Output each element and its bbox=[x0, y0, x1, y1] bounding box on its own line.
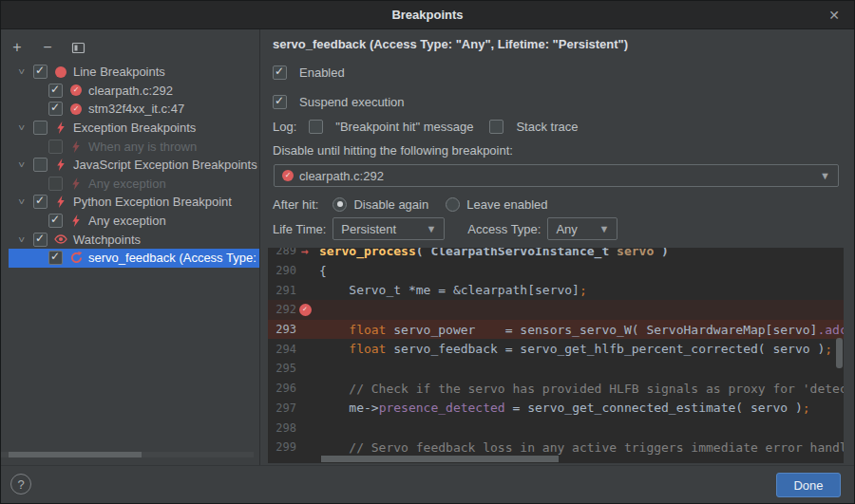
enabled-checkbox[interactable] bbox=[273, 65, 287, 80]
tree-item-checkbox[interactable] bbox=[33, 158, 48, 172]
tree-item-label: clearpath.c:292 bbox=[88, 84, 173, 98]
done-button[interactable]: Done bbox=[776, 473, 841, 497]
code-line: 297 me->presence_detected = servo_get_co… bbox=[268, 399, 844, 419]
footer-bar: ? Done bbox=[1, 465, 854, 503]
add-breakpoint-button[interactable]: + bbox=[7, 37, 28, 58]
editor-vertical-scrollbar-thumb[interactable] bbox=[836, 338, 843, 368]
log-label: Log: bbox=[273, 120, 296, 134]
log-option: Stack trace bbox=[489, 120, 578, 134]
code-line: 290{ bbox=[268, 261, 844, 281]
help-button[interactable]: ? bbox=[10, 474, 31, 495]
after-hit-radio[interactable] bbox=[332, 197, 347, 212]
tree-item[interactable]: >Exception Breakpoints bbox=[9, 119, 259, 138]
log-option: "Breakpoint hit" message bbox=[309, 120, 473, 134]
tree-item-checkbox[interactable] bbox=[33, 121, 48, 135]
chevron-expanded-icon[interactable]: > bbox=[10, 234, 33, 245]
dialog-title: Breakpoints bbox=[391, 8, 463, 22]
tree-item[interactable]: >Watchpoints bbox=[9, 230, 259, 249]
suspend-label: Suspend execution bbox=[299, 95, 405, 109]
tree-item-checkbox[interactable] bbox=[48, 177, 63, 191]
tree-item-checkbox[interactable] bbox=[33, 195, 48, 209]
code-line: 292 bbox=[268, 300, 844, 320]
tree-item[interactable]: >Line Breakpoints bbox=[9, 63, 259, 82]
line-number: 292 bbox=[268, 303, 296, 316]
code-line: 295 bbox=[268, 359, 844, 379]
line-number: 293 bbox=[268, 323, 296, 336]
log-option-label: "Breakpoint hit" message bbox=[335, 120, 473, 134]
tree-item[interactable]: stm32f4xx_it.c:47 bbox=[9, 100, 259, 119]
tree-item[interactable]: Any exception bbox=[9, 212, 259, 231]
tree-item-label: servo_feedback (Access Type: "Any", bbox=[88, 251, 259, 265]
tree-item[interactable]: When any is thrown bbox=[9, 137, 259, 156]
editor-horizontal-scrollbar-thumb[interactable] bbox=[321, 456, 559, 462]
code-line: 299 // Servo feedback loss in any active… bbox=[268, 438, 844, 457]
lifetime-select[interactable]: Persistent ▼ bbox=[332, 217, 445, 240]
tree-horizontal-scrollbar bbox=[1, 452, 254, 457]
breakpoints-list-panel: + − >Line Breakpointsclearpath.c:292stm3… bbox=[1, 29, 260, 465]
chevron-down-icon: ▼ bbox=[599, 223, 610, 234]
enabled-row: Enabled bbox=[273, 63, 345, 82]
tree-scrollbar-thumb[interactable] bbox=[9, 452, 142, 457]
tree-item-label: Line Breakpoints bbox=[73, 65, 165, 79]
tree-item-label: stm32f4xx_it.c:47 bbox=[88, 102, 184, 116]
breakpoint-detail-title: servo_feedback (Access Type: "Any", Life… bbox=[273, 37, 628, 51]
tree-item-checkbox[interactable] bbox=[48, 102, 63, 116]
chevron-expanded-icon[interactable]: > bbox=[10, 122, 33, 133]
tree-item[interactable]: clearpath.c:292 bbox=[9, 82, 259, 101]
breakpoint-detail-panel: servo_feedback (Access Type: "Any", Life… bbox=[261, 29, 854, 465]
tree-item-checkbox[interactable] bbox=[48, 214, 63, 228]
tree-item-label: When any is thrown bbox=[88, 140, 197, 154]
eye-icon bbox=[54, 234, 67, 244]
suspend-checkbox[interactable] bbox=[273, 95, 287, 109]
line-number: 295 bbox=[268, 362, 296, 375]
tree-item-checkbox[interactable] bbox=[33, 65, 48, 79]
disable-until-label: Disable until hitting the following brea… bbox=[273, 140, 513, 159]
tree-item[interactable]: servo_feedback (Access Type: "Any", bbox=[9, 249, 259, 268]
line-number: 297 bbox=[268, 401, 296, 415]
tree-item-checkbox[interactable] bbox=[48, 140, 63, 154]
breakpoints-tree: >Line Breakpointsclearpath.c:292stm32f4x… bbox=[1, 63, 259, 268]
tree-item-checkbox[interactable] bbox=[33, 233, 48, 247]
chevron-expanded-icon[interactable]: > bbox=[10, 159, 33, 170]
exception-bolt-icon bbox=[56, 121, 66, 134]
breakpoint-icon bbox=[55, 66, 66, 78]
tree-item-checkbox[interactable] bbox=[48, 84, 63, 98]
line-number: 299 bbox=[268, 440, 296, 454]
chevron-expanded-icon[interactable]: > bbox=[10, 196, 33, 207]
tree-item[interactable]: Any exception bbox=[9, 175, 259, 194]
access-type-label: Access Type: bbox=[467, 222, 541, 236]
tree-item[interactable]: >Python Exception Breakpoint bbox=[9, 193, 259, 212]
log-option-checkbox[interactable] bbox=[309, 120, 323, 134]
after-hit-option: Disable again bbox=[332, 197, 428, 212]
line-number: 298 bbox=[268, 421, 296, 435]
code-preview: 289→servo_process( ClearpathServoInstanc… bbox=[268, 248, 844, 463]
group-breakpoints-icon[interactable] bbox=[67, 37, 88, 58]
after-hit-option: Leave enabled bbox=[446, 197, 547, 212]
log-option-label: Stack trace bbox=[516, 120, 578, 134]
chevron-down-icon: ▼ bbox=[820, 170, 830, 181]
close-icon[interactable]: ✕ bbox=[824, 5, 845, 26]
after-hit-radio[interactable] bbox=[446, 197, 460, 212]
tree-item-label: Any exception bbox=[88, 214, 166, 228]
line-number: 294 bbox=[268, 343, 296, 356]
tree-item-checkbox[interactable] bbox=[48, 251, 63, 265]
suspend-row: Suspend execution bbox=[273, 92, 405, 111]
enabled-label: Enabled bbox=[299, 65, 345, 80]
tree-item-label: JavaScript Exception Breakpoints bbox=[73, 158, 257, 172]
exception-bolt-icon bbox=[56, 159, 66, 171]
log-option-checkbox[interactable] bbox=[489, 120, 504, 134]
chevron-expanded-icon[interactable]: > bbox=[10, 66, 33, 77]
after-hit-option-label: Disable again bbox=[353, 197, 428, 212]
disable-until-combobox[interactable]: clearpath.c:292 ▼ bbox=[274, 164, 839, 187]
breakpoint-verified-icon[interactable] bbox=[299, 304, 312, 316]
access-type-select[interactable]: Any ▼ bbox=[547, 217, 618, 240]
exception-bolt-icon bbox=[71, 140, 81, 153]
execution-arrow-icon: → bbox=[301, 248, 309, 258]
tree-item-label: Exception Breakpoints bbox=[73, 121, 196, 135]
lifetime-label: Life Time: bbox=[273, 222, 326, 236]
exception-bolt-icon bbox=[71, 177, 81, 190]
tree-item[interactable]: >JavaScript Exception Breakpoints bbox=[9, 156, 259, 175]
breakpoint-verified-icon bbox=[70, 103, 82, 115]
remove-breakpoint-button[interactable]: − bbox=[37, 37, 58, 58]
watchpoint-icon bbox=[70, 252, 83, 264]
